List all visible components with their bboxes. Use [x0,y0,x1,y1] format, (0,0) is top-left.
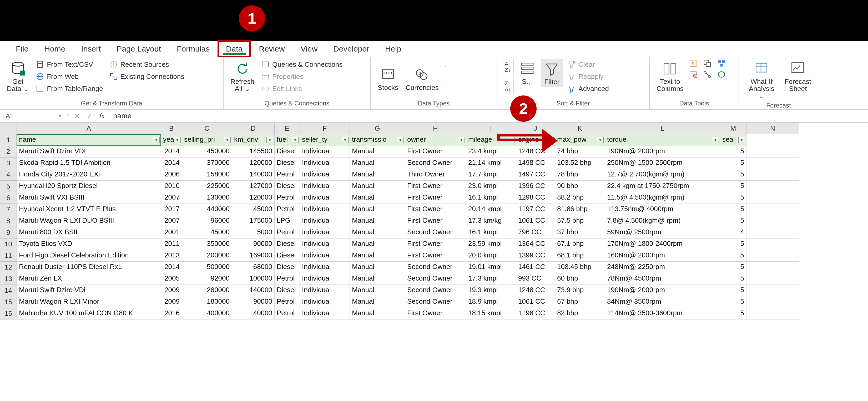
column-header-F[interactable]: F [300,123,350,134]
cell[interactable]: 5 [720,239,746,250]
edit-links-button[interactable]: Edit Links [259,83,344,94]
cell[interactable]: Diesel [275,239,300,250]
cell[interactable]: 145500 [232,146,275,157]
cell[interactable]: Diesel [275,250,300,261]
sort-button[interactable]: S… [517,59,538,86]
cell[interactable]: Diesel [275,157,300,169]
data-validation-button[interactable] [689,70,701,79]
cell[interactable]: 1498 CC [516,157,555,169]
cell[interactable]: 2010 [161,181,182,192]
consolidate-button[interactable] [717,59,729,68]
cell[interactable]: 100000 [232,273,275,285]
row-header[interactable]: 2 [0,146,17,157]
cell[interactable]: 81.86 bhp [555,204,605,215]
cell[interactable] [746,204,799,215]
cell[interactable]: Hyundai Xcent 1.2 VTVT E Plus [17,204,161,215]
cell[interactable]: Individual [300,285,350,296]
cell[interactable]: Third Owner [405,169,466,181]
cell[interactable]: 2013 [161,250,182,261]
cell[interactable]: 250Nm@ 1500-2500rpm [605,157,720,169]
cell[interactable]: 248Nm@ 2250rpm [605,261,720,273]
cell[interactable]: 67.1 bhp [555,239,605,250]
from-text-csv-button[interactable]: From Text/CSV [34,59,104,70]
cell[interactable]: 993 CC [516,273,555,285]
cell[interactable] [746,169,799,181]
tab-page-layout[interactable]: Page Layout [108,41,168,57]
cell[interactable]: 23.4 kmpl [466,146,516,157]
cell[interactable]: Petrol [275,296,300,308]
cell[interactable]: Petrol [275,192,300,204]
cell[interactable]: 370000 [182,157,232,169]
cell[interactable]: 73.9 bhp [555,285,605,296]
cell[interactable]: 5 [720,285,746,296]
cell[interactable] [746,308,799,319]
row-header[interactable]: 10 [0,239,17,250]
row-header[interactable]: 5 [0,181,17,192]
filter-dropdown-icon[interactable]: ▼ [342,137,348,143]
cell[interactable]: Manual [350,169,405,181]
cell[interactable]: Individual [300,296,350,308]
cell[interactable]: Second Owner [405,285,466,296]
cell[interactable]: Petrol [275,308,300,319]
sort-za-button[interactable]: ZA↓ [502,79,514,94]
cell[interactable]: 5 [720,296,746,308]
cell[interactable]: 1197 CC [516,204,555,215]
table-header-cell[interactable]: km_driv▼ [232,134,275,146]
cell[interactable]: 45000 [182,227,232,239]
cell[interactable]: 5000 [232,227,275,239]
row-header[interactable]: 3 [0,157,17,169]
text-to-columns-button[interactable]: Text to Columns [654,59,686,94]
cell[interactable]: 5 [720,250,746,261]
row-header[interactable]: 1 [0,134,17,146]
cell[interactable]: 2006 [161,169,182,181]
existing-connections-button[interactable]: Existing Connections [108,71,186,82]
cell[interactable] [746,296,799,308]
select-all-corner[interactable] [0,123,17,134]
cell[interactable]: Maruti Wagon R LXI DUO BSIII [17,215,161,227]
cell[interactable]: 2014 [161,146,182,157]
what-if-button[interactable]: What-If Analysis ⌄ [744,59,779,101]
cell[interactable]: Mahindra KUV 100 mFALCON G80 K [17,308,161,319]
cell[interactable]: 400000 [182,308,232,319]
cell[interactable]: 84Nm@ 3500rpm [605,296,720,308]
cell[interactable] [746,227,799,239]
tab-view[interactable]: View [293,41,326,57]
filter-dropdown-icon[interactable]: ▼ [153,137,160,143]
cell[interactable]: 68000 [232,261,275,273]
cell[interactable]: 160Nm@ 2000rpm [605,250,720,261]
gallery-scroll-up[interactable]: ˄ [444,65,447,72]
advanced-filter-button[interactable]: Advanced [566,83,611,94]
tab-formulas[interactable]: Formulas [169,41,218,57]
cell[interactable]: 92000 [182,273,232,285]
cell[interactable]: Second Owner [405,296,466,308]
filter-dropdown-icon[interactable]: ▼ [292,137,299,143]
cell[interactable]: 78 bhp [555,169,605,181]
row-header[interactable]: 6 [0,192,17,204]
cell[interactable]: First Owner [405,204,466,215]
cell[interactable]: 140000 [232,169,275,181]
cell[interactable]: First Owner [405,192,466,204]
clear-filter-button[interactable]: Clear [566,59,611,70]
cell[interactable]: 225000 [182,181,232,192]
cell[interactable]: Manual [350,146,405,157]
row-header[interactable]: 13 [0,273,17,285]
cell[interactable]: 17.3 km/kg [466,215,516,227]
cell[interactable]: 7.8@ 4,500(kgm@ rpm) [605,215,720,227]
cell[interactable]: 5 [720,204,746,215]
cell[interactable]: Manual [350,250,405,261]
spreadsheet-grid[interactable]: ABCDEFGHIJKLMN1name▼year▼selling_pri▼km_… [0,123,868,319]
cell[interactable]: 190Nm@ 2000rpm [605,285,720,296]
cell[interactable]: Manual [350,261,405,273]
cell[interactable]: First Owner [405,181,466,192]
row-header[interactable]: 4 [0,169,17,181]
cell[interactable]: Toyota Etios VXD [17,239,161,250]
row-header[interactable]: 16 [0,308,17,319]
filter-button[interactable]: Filter [541,59,563,87]
cell[interactable]: 2016 [161,308,182,319]
table-header-cell[interactable]: year▼ [161,134,182,146]
cell[interactable]: 59Nm@ 2500rpm [605,227,720,239]
cell[interactable]: 17.7 kmpl [466,169,516,181]
table-header-cell[interactable]: fuel▼ [275,134,300,146]
cell[interactable]: Diesel [275,181,300,192]
cell[interactable]: LPG [275,215,300,227]
